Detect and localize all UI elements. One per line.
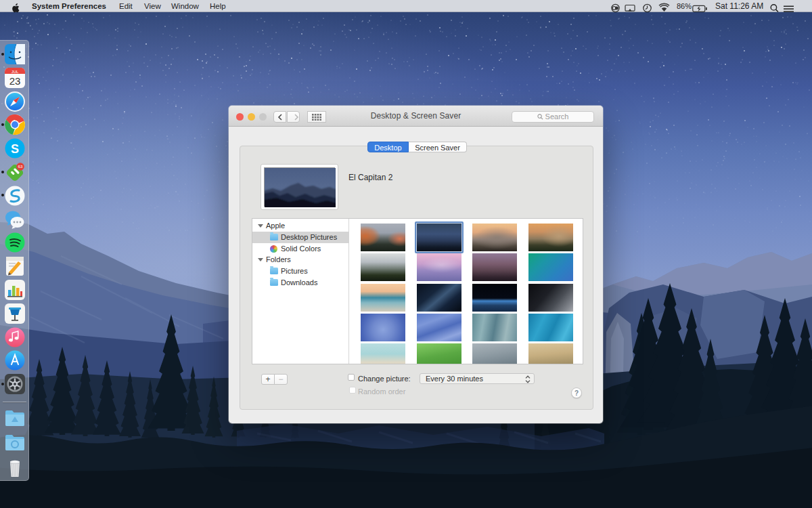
- svg-text:S: S: [11, 142, 19, 156]
- svg-text:JUL: JUL: [12, 69, 19, 73]
- svg-text:23: 23: [9, 75, 21, 87]
- svg-text:63: 63: [18, 164, 23, 169]
